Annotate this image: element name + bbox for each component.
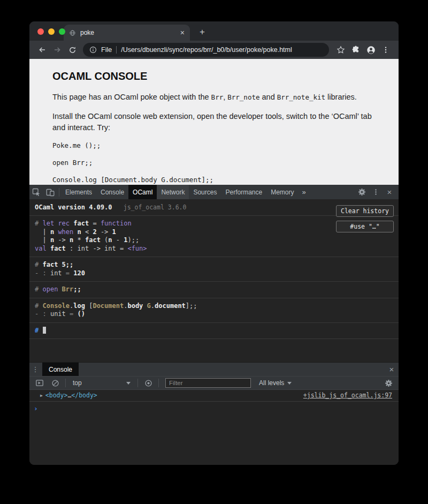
execution-context-dropdown[interactable]: top: [69, 377, 134, 389]
repl-token: int: [50, 269, 62, 277]
tab-title: poke: [80, 29, 94, 36]
devtools-tab-ocaml[interactable]: OCaml: [128, 185, 157, 199]
repl-buttons: Clear history #use "…": [336, 205, 394, 232]
repl-token: #: [35, 285, 42, 293]
clear-history-button[interactable]: Clear history: [336, 205, 394, 217]
globe-icon: [69, 29, 76, 36]
devtools-close-icon[interactable]: ×: [383, 185, 396, 199]
repl-token: <: [81, 228, 93, 236]
browser-tab-poke[interactable]: poke ×: [64, 25, 190, 41]
extensions-puzzle-button[interactable]: [348, 42, 363, 57]
close-window-button[interactable]: [37, 28, 44, 35]
profile-avatar-button[interactable]: [363, 42, 378, 57]
repl-token: log: [73, 302, 85, 310]
repl-token: 1: [112, 228, 116, 236]
repl-token: *: [73, 236, 85, 244]
devtools-tab-elements[interactable]: Elements: [61, 185, 96, 199]
repl-token: fact 5;;: [42, 261, 73, 268]
page-content: OCAML CONSOLE This page has an OCaml pok…: [29, 59, 399, 185]
console-messages-area[interactable]: ▶ <body>…</body> +jslib_js_of_ocaml.js:9…: [29, 390, 399, 465]
expand-triangle-icon[interactable]: ▶: [40, 393, 43, 398]
repl-line: # Console.log [Document.body G.document]…: [35, 302, 393, 311]
repl-token: - :: [35, 310, 50, 318]
repl-token: <fun>: [127, 245, 147, 252]
repl-token: ;;: [73, 285, 81, 293]
back-button[interactable]: [35, 42, 50, 57]
console-settings-gear-icon[interactable]: [381, 376, 395, 390]
jsoo-version: js_of_ocaml 3.6.0: [124, 204, 187, 211]
new-tab-button[interactable]: +: [195, 25, 209, 39]
text-cursor: [43, 327, 46, 334]
repl-token: ->: [97, 228, 112, 236]
clear-console-icon[interactable]: [48, 376, 62, 390]
browser-window: poke × +: [29, 21, 399, 465]
repl-token: (): [78, 310, 85, 318]
drawer-menu-kebab-icon[interactable]: ⋮: [29, 365, 41, 373]
zoom-window-button[interactable]: [59, 28, 65, 35]
live-expression-eye-icon[interactable]: [141, 376, 155, 390]
repl-history[interactable]: # let rec fact = function | n when n < 2…: [29, 216, 399, 339]
repl-token: );;: [127, 236, 139, 244]
inspect-element-icon[interactable]: [29, 185, 43, 199]
drawer-tab-bar: ⋮ Console ×: [29, 362, 399, 376]
repl-token: |: [35, 228, 50, 236]
repl-line: - : unit = (): [35, 310, 393, 319]
repl-token: #: [35, 302, 42, 310]
repl-token: -: [112, 236, 124, 244]
devtools-tab-performance[interactable]: Performance: [221, 185, 266, 199]
repl-entry: # fact 5;;- : int = 120: [29, 257, 399, 282]
tab-close-icon[interactable]: ×: [180, 29, 185, 36]
drawer-tab-console[interactable]: Console: [42, 363, 79, 377]
repl-token: val: [35, 245, 47, 252]
repl-token: - :: [35, 269, 50, 277]
address-bar[interactable]: File /Users/dbuenzli/sync/repos/brr/_b0/…: [83, 43, 329, 57]
browser-menu-kebab-icon[interactable]: [378, 42, 393, 57]
console-prompt-chevron[interactable]: ›: [29, 402, 399, 415]
repl-token: #: [35, 327, 42, 334]
devtools-tab-bar: ElementsConsoleOCamlNetworkSourcesPerfor…: [29, 185, 399, 199]
repl-line: # open Brr;;: [35, 285, 393, 294]
repl-token: [143, 302, 147, 310]
site-info-icon[interactable]: [89, 46, 97, 54]
console-sidebar-toggle-icon[interactable]: [33, 376, 47, 390]
devtools-tab-sources[interactable]: Sources: [189, 185, 221, 199]
repl-token: 2: [93, 228, 96, 236]
dom-node-ellipsis: …: [67, 392, 71, 399]
repl-token: rec: [58, 220, 70, 227]
inline-code-brr-note-kit: Brr_note_kit: [277, 93, 325, 101]
forward-button[interactable]: [50, 42, 65, 57]
browser-toolbar: File /Users/dbuenzli/sync/repos/brr/_b0/…: [29, 41, 399, 59]
code-snippet-poke: Poke.me ();;: [52, 141, 383, 149]
console-filter-input[interactable]: [165, 378, 251, 388]
devtools-settings-gear-icon[interactable]: [355, 185, 369, 199]
bookmark-star-button[interactable]: [333, 42, 348, 57]
devtools-tab-console[interactable]: Console: [96, 185, 128, 199]
minimize-window-button[interactable]: [48, 28, 55, 35]
repl-token: G: [147, 302, 151, 310]
repl-token: [58, 285, 62, 293]
use-file-button[interactable]: #use "…": [336, 221, 394, 232]
toolbar-divider: [65, 379, 66, 387]
devtools-menu-kebab-icon[interactable]: [369, 185, 383, 199]
source-location-link[interactable]: +jslib_js_of_ocaml.js:97: [303, 392, 392, 399]
drawer-close-icon[interactable]: ×: [385, 365, 399, 374]
device-toolbar-icon[interactable]: [43, 185, 57, 199]
levels-selected-value: All levels: [259, 379, 284, 387]
repl-token: n: [78, 228, 81, 236]
page-title: OCAML CONSOLE: [52, 70, 383, 82]
repl-token: =: [66, 310, 78, 318]
reload-button[interactable]: [65, 42, 80, 57]
repl-token: n: [108, 236, 112, 244]
repl-token: 120: [73, 269, 85, 277]
repl-token: #: [35, 261, 42, 268]
log-levels-dropdown[interactable]: All levels: [256, 377, 295, 389]
repl-token: ];;: [186, 302, 197, 310]
url-scheme-label: File: [101, 46, 112, 54]
code-snippet-open-brr: open Brr;;: [52, 159, 383, 167]
console-log-row[interactable]: ▶ <body>…</body> +jslib_js_of_ocaml.js:9…: [29, 390, 399, 402]
devtools-tab-network[interactable]: Network: [157, 185, 189, 199]
chevron-down-icon: [126, 382, 131, 385]
more-tabs-button[interactable]: »: [299, 185, 310, 199]
dom-node-close-tag: </body>: [71, 392, 97, 399]
devtools-tab-memory[interactable]: Memory: [266, 185, 298, 199]
